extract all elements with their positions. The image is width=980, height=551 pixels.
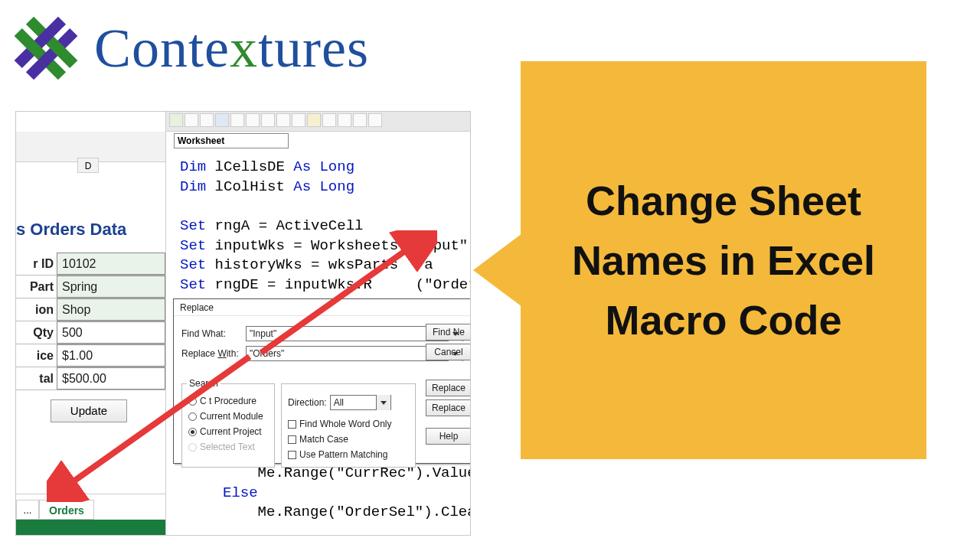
radio-current-module[interactable]: Current Module xyxy=(182,409,274,424)
brand-header: Contextures xyxy=(11,14,369,83)
title-callout: Change Sheet Names in Excel Macro Code xyxy=(521,61,926,459)
toolbar-button[interactable] xyxy=(353,113,367,127)
field-label: Qty xyxy=(16,321,57,344)
brand-logo-icon xyxy=(11,14,80,83)
help-button[interactable]: Help xyxy=(426,428,471,445)
vbe-toolbar xyxy=(166,112,470,132)
screenshot-region: D s Orders Data r ID 10102 Part Spring i… xyxy=(15,111,471,536)
dialog-title: Replace xyxy=(174,299,471,316)
field-row: r ID 10102 xyxy=(16,253,165,276)
group-title: Search xyxy=(187,378,220,389)
update-button[interactable]: Update xyxy=(51,399,127,422)
replace-with-label: Replace With: xyxy=(181,348,241,359)
field-value[interactable]: $500.00 xyxy=(57,367,165,390)
field-label: ion xyxy=(16,298,57,321)
options-group: Direction: All Find Whole Word Only Matc… xyxy=(281,383,416,468)
toolbar-button[interactable] xyxy=(200,113,214,127)
field-row: Qty 500 xyxy=(16,321,165,344)
tab-orders[interactable]: Orders xyxy=(39,500,94,520)
data-entry-fields: r ID 10102 Part Spring ion Shop Qty 500 … xyxy=(16,253,165,390)
direction-dropdown[interactable]: All xyxy=(330,395,391,410)
field-label: Part xyxy=(16,276,57,298)
excel-worksheet: D s Orders Data r ID 10102 Part Spring i… xyxy=(16,132,165,535)
chevron-down-icon xyxy=(452,332,459,336)
replace-dialog: Replace Find What: "Input" Replace With:… xyxy=(173,298,471,464)
field-value[interactable]: Spring xyxy=(57,276,165,298)
tab-scroll-left[interactable]: ... xyxy=(16,500,39,520)
field-row: Part Spring xyxy=(16,276,165,298)
toolbar-button[interactable] xyxy=(307,113,321,127)
code-pane[interactable]: Dim lCellsDE As Long Dim lColHist As Lon… xyxy=(166,152,470,301)
replace-button[interactable]: Replace xyxy=(426,380,471,396)
toolbar-button[interactable] xyxy=(185,113,198,127)
check-match-case[interactable]: Match Case xyxy=(282,432,392,447)
field-row: ice $1.00 xyxy=(16,344,165,367)
brand-wordmark: Contextures xyxy=(94,17,369,80)
chevron-down-icon xyxy=(452,352,459,356)
find-what-label: Find What: xyxy=(181,328,241,339)
chevron-down-icon xyxy=(381,401,387,405)
radio-current-procedure[interactable]: C t Procedure xyxy=(182,393,274,409)
search-scope-group: Search C t Procedure Current Module Curr… xyxy=(181,383,275,468)
sheet-tabs: ... Orders xyxy=(16,494,165,520)
toolbar-button[interactable] xyxy=(215,113,229,127)
callout-text: Change Sheet Names in Excel Macro Code xyxy=(544,171,903,350)
toolbar-button[interactable] xyxy=(230,113,244,127)
field-label: tal xyxy=(16,367,57,390)
radio-selected-text: Selected Text xyxy=(182,439,274,455)
sheet-title: s Orders Data xyxy=(16,220,126,240)
find-next-button[interactable]: Find Ne xyxy=(426,324,471,341)
callout-pointer xyxy=(473,233,522,307)
code-pane-bottom[interactable]: Me.Range("CurrRec").Value = Else Me.Rang… xyxy=(223,464,471,523)
field-label: r ID xyxy=(16,253,57,275)
toolbar-button[interactable] xyxy=(322,113,336,127)
object-dropdown[interactable]: Worksheet xyxy=(174,133,289,148)
field-value[interactable]: 500 xyxy=(57,321,165,344)
check-whole-word[interactable]: Find Whole Word Only xyxy=(282,416,392,432)
replace-all-button[interactable]: Replace xyxy=(426,399,471,416)
cancel-button[interactable]: Cancel xyxy=(426,344,471,360)
direction-label: Direction: xyxy=(288,397,327,408)
toolbar-button[interactable] xyxy=(276,113,290,127)
status-bar xyxy=(16,520,165,535)
toolbar-button[interactable] xyxy=(292,113,305,127)
field-row: ion Shop xyxy=(16,298,165,321)
radio-current-project[interactable]: Current Project xyxy=(182,424,274,439)
toolbar-button[interactable] xyxy=(261,113,275,127)
field-row: tal $500.00 xyxy=(16,367,165,390)
toolbar-button[interactable] xyxy=(169,113,183,127)
field-value[interactable]: $1.00 xyxy=(57,344,165,367)
field-value[interactable]: Shop xyxy=(57,298,165,321)
toolbar-button[interactable] xyxy=(368,113,382,127)
toolbar-button[interactable] xyxy=(246,113,260,127)
field-value[interactable]: 10102 xyxy=(57,253,165,275)
toolbar-button[interactable] xyxy=(338,113,351,127)
column-header[interactable]: D xyxy=(77,158,99,173)
check-pattern[interactable]: Use Pattern Matching xyxy=(282,447,392,462)
field-label: ice xyxy=(16,344,57,367)
